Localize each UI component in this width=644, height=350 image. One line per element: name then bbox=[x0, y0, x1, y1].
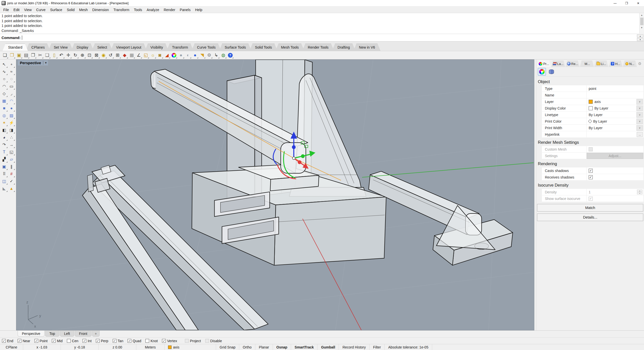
color-wheel-icon[interactable] bbox=[171, 52, 177, 59]
check-objects-icon[interactable]: ✓ bbox=[8, 178, 15, 185]
pyramid-primitive-icon[interactable]: ▲ bbox=[8, 185, 15, 192]
status-filter[interactable]: Filter bbox=[370, 344, 385, 350]
menu-surface[interactable]: Surface bbox=[48, 7, 64, 13]
sphere-icon[interactable]: ● bbox=[8, 105, 15, 112]
toolbar-tab-standard[interactable]: Standard bbox=[3, 44, 28, 51]
status-axis[interactable]: axis bbox=[165, 344, 216, 350]
copy-icon[interactable]: ❑ bbox=[44, 52, 51, 59]
osnap-point-checkbox[interactable] bbox=[34, 339, 38, 343]
adjust-blend-icon[interactable]: ↷ bbox=[1, 141, 8, 148]
single-point-icon[interactable]: ∘ bbox=[8, 61, 15, 68]
osnap-perp[interactable]: Perp bbox=[96, 339, 108, 343]
status-ortho[interactable]: Ortho bbox=[239, 344, 255, 350]
menu-analyze[interactable]: Analyze bbox=[144, 7, 162, 13]
status-meters[interactable]: Meters bbox=[136, 344, 165, 350]
undo-view-change-icon[interactable]: ↺ bbox=[107, 52, 114, 59]
options-gear-icon[interactable]: ⚙ bbox=[206, 52, 213, 59]
toolbar-tab-viewport-layout[interactable]: Viewport Layout bbox=[111, 44, 147, 51]
property-value[interactable]: By Layer bbox=[587, 105, 636, 112]
viewport-scene[interactable]: z y x bbox=[16, 60, 534, 330]
status-osnap[interactable]: Osnap bbox=[273, 344, 291, 350]
zoom-selected-icon[interactable]: ◉ bbox=[100, 52, 107, 59]
osnap-near-checkbox[interactable] bbox=[18, 339, 21, 343]
lights-icon[interactable]: ∥ bbox=[8, 163, 15, 170]
prompt-spin-up-icon[interactable]: ▲ bbox=[637, 34, 643, 38]
chevron-down-icon[interactable]: ∨ bbox=[636, 99, 643, 104]
menu-dimension[interactable]: Dimension bbox=[90, 7, 111, 13]
curve-control-points-icon[interactable]: ∿ bbox=[1, 68, 8, 75]
osnap-quad-checkbox[interactable] bbox=[128, 339, 131, 343]
viewport-tab-front[interactable]: Front bbox=[75, 331, 92, 337]
viewport-layout-icon[interactable]: ⊞ bbox=[114, 52, 121, 59]
chevron-down-icon[interactable]: ∨ bbox=[636, 125, 643, 131]
casts-shadows-checkbox[interactable] bbox=[589, 169, 593, 173]
visibility-toggle-icon[interactable]: ▣ bbox=[1, 163, 8, 170]
viewport-tab-perspective[interactable]: Perspective bbox=[18, 331, 45, 337]
receives-shadows-checkbox[interactable] bbox=[589, 175, 593, 179]
toolbar-tab-new-in-v6[interactable]: New in V6 bbox=[353, 44, 381, 51]
osnap-vertex[interactable]: Vertex bbox=[162, 339, 177, 343]
rotate-view-icon[interactable]: ↻ bbox=[72, 52, 79, 59]
osnap-disable[interactable]: Disable bbox=[205, 339, 222, 343]
chevron-down-icon[interactable]: ▼ bbox=[43, 61, 47, 65]
osnap-quad[interactable]: Quad bbox=[128, 339, 141, 343]
cut-icon[interactable]: ✂ bbox=[37, 52, 44, 59]
selected-point[interactable] bbox=[292, 157, 295, 160]
menu-mesh[interactable]: Mesh bbox=[77, 7, 90, 13]
details-button[interactable]: Details... bbox=[537, 214, 643, 221]
menu-panels[interactable]: Panels bbox=[178, 7, 193, 13]
viewport-tab-left[interactable]: Left bbox=[60, 331, 74, 337]
spin-up-icon[interactable]: ▲ bbox=[637, 190, 642, 192]
menu-view[interactable]: View bbox=[22, 7, 34, 13]
osnap-point[interactable]: Point bbox=[34, 339, 48, 343]
osnap-knot[interactable]: Knot bbox=[145, 339, 158, 343]
display-mode-icon[interactable]: ◢ bbox=[164, 52, 170, 59]
property-value[interactable]: By Layer bbox=[587, 125, 636, 131]
property-value[interactable] bbox=[587, 195, 636, 202]
property-value[interactable] bbox=[587, 167, 636, 174]
status-cplane[interactable]: CPlane bbox=[0, 344, 23, 350]
cone-primitive-icon[interactable]: ◣ bbox=[1, 185, 8, 192]
menu-curve[interactable]: Curve bbox=[34, 7, 48, 13]
help-icon[interactable]: ? bbox=[227, 52, 234, 59]
rectangle-icon[interactable]: ▭ bbox=[8, 83, 15, 90]
toolbar-tab-render-tools[interactable]: Render Tools bbox=[302, 44, 334, 51]
status-gumball[interactable]: Gumball bbox=[317, 344, 339, 350]
osnap-vertex-checkbox[interactable] bbox=[162, 339, 166, 343]
ellipse-icon[interactable]: ◌ bbox=[8, 76, 15, 82]
panel-gear-icon[interactable]: ⚙ bbox=[638, 61, 643, 67]
menu-edit[interactable]: Edit bbox=[11, 7, 22, 13]
osnap-disable-checkbox[interactable] bbox=[205, 339, 209, 343]
close-button[interactable]: ✕ bbox=[632, 0, 644, 6]
surface-patch-icon[interactable]: ▨ bbox=[8, 112, 15, 119]
toolbar-tab-solid-tools[interactable]: Solid Tools bbox=[250, 44, 277, 51]
zoom-dynamic-icon[interactable]: ⊕ bbox=[79, 52, 86, 59]
osnap-mid[interactable]: Mid bbox=[52, 339, 63, 343]
curve-fillet-icon[interactable]: ◞ bbox=[8, 90, 15, 97]
add-viewport-tab-button[interactable]: + bbox=[92, 331, 100, 337]
toolbar-tab-drafting[interactable]: Drafting bbox=[332, 44, 355, 51]
menu-render[interactable]: Render bbox=[162, 7, 178, 13]
toolbar-tab-display[interactable]: Display bbox=[71, 44, 94, 51]
earth-icon[interactable]: ◍ bbox=[220, 52, 227, 59]
scroll-down-icon[interactable]: ▼ bbox=[639, 26, 644, 30]
open-file-icon[interactable]: ❒ bbox=[9, 52, 15, 59]
polygon-icon[interactable]: ◇ bbox=[1, 90, 8, 97]
extend-curve-icon[interactable]: → bbox=[8, 141, 15, 148]
toolbar-tab-transform[interactable]: Transform bbox=[167, 44, 193, 51]
zoom-window-icon[interactable]: ⊡ bbox=[86, 52, 93, 59]
menu-tools[interactable]: Tools bbox=[132, 7, 144, 13]
property-value[interactable] bbox=[587, 174, 636, 181]
surface-loft-icon[interactable]: ◠ bbox=[8, 97, 15, 104]
panel-tab-rendering[interactable]: Re... bbox=[566, 60, 580, 67]
osnap-tan-checkbox[interactable] bbox=[113, 339, 116, 343]
new-file-icon[interactable]: ❏ bbox=[2, 52, 8, 59]
save-icon[interactable]: ▣ bbox=[16, 52, 22, 59]
panel-tab-help[interactable]: H... bbox=[609, 60, 623, 67]
panel-tab-properties[interactable]: Pr... bbox=[537, 60, 551, 67]
status-smarttrack[interactable]: SmartTrack bbox=[291, 344, 317, 350]
viewport-tab-top[interactable]: Top bbox=[45, 331, 59, 337]
command-input[interactable]: Command: ▲ ▼ bbox=[0, 34, 644, 41]
osnap-int-checkbox[interactable] bbox=[83, 339, 86, 343]
chevron-down-icon[interactable]: ∨ bbox=[636, 106, 643, 111]
